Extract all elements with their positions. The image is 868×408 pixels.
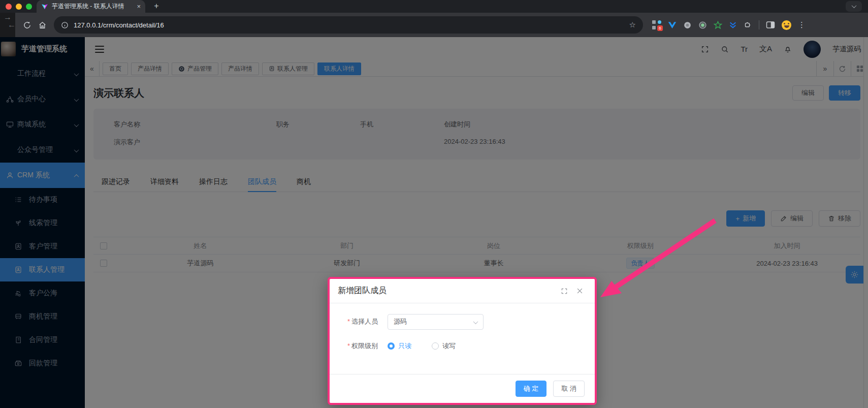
dialog-header: 新增团队成员: [330, 279, 595, 303]
extensions-bar: 6 ⋮: [652, 20, 806, 30]
forward-button[interactable]: →: [0, 13, 15, 37]
tab-close-icon[interactable]: ×: [137, 3, 141, 10]
profile-avatar-icon[interactable]: [782, 20, 791, 30]
radio-unchecked-icon: [432, 342, 439, 350]
person-field-row: *选择人员 源码: [347, 313, 595, 330]
extensions-puzzle-icon[interactable]: [744, 21, 752, 29]
page-viewport: 芋道管理系统 工作流程 会员中心 商城系统 公众号管理 CRM 系统: [0, 37, 868, 408]
level-radio-group: 只读 读写: [388, 341, 456, 351]
browser-toolbar: ← → 127.0.0.1/crm/contact/detail/16 ☆ 6 …: [0, 13, 868, 37]
add-team-member-dialog: 新增团队成员 *选择人员 源码 *权限级别 只读: [328, 277, 597, 405]
url-text: 127.0.0.1/crm/contact/detail/16: [74, 21, 164, 29]
extension-wheel-icon[interactable]: [683, 21, 692, 29]
radio-checked-icon: [388, 342, 395, 350]
extension-grid-icon[interactable]: 6: [652, 20, 661, 29]
browser-tab-title: 芋道管理系统 - 联系人详情: [52, 2, 124, 11]
confirm-button[interactable]: 确 定: [516, 381, 547, 397]
extension-vue-icon[interactable]: [668, 21, 677, 29]
extension-record-icon[interactable]: [698, 21, 707, 29]
browser-menu-icon[interactable]: ⋮: [798, 20, 806, 29]
dialog-footer: 确 定 取 消: [330, 374, 595, 403]
chevron-down-icon: [474, 318, 477, 326]
radio-read-write[interactable]: 读写: [432, 341, 456, 351]
address-bar[interactable]: 127.0.0.1/crm/contact/detail/16 ☆: [54, 16, 643, 34]
browser-tab-strip: 芋道管理系统 - 联系人详情 × +: [0, 0, 868, 13]
window-maximize-button[interactable]: [26, 4, 32, 10]
toolbar-divider: [759, 20, 759, 29]
new-tab-button[interactable]: +: [151, 1, 162, 11]
extension-chevrons-icon[interactable]: [729, 21, 737, 29]
browser-tab[interactable]: 芋道管理系统 - 联系人详情 ×: [37, 0, 145, 13]
required-mark: *: [347, 342, 350, 350]
dialog-body: *选择人员 源码 *权限级别 只读 读写: [330, 303, 595, 354]
radio-read-only[interactable]: 只读: [388, 341, 411, 351]
dialog-fullscreen-icon[interactable]: [561, 288, 568, 295]
tab-search-chevron-icon[interactable]: [846, 1, 862, 12]
dialog-close-icon[interactable]: [576, 287, 584, 295]
side-panel-icon[interactable]: [766, 21, 775, 29]
reload-button[interactable]: [19, 21, 35, 29]
site-info-icon[interactable]: [61, 21, 69, 29]
window-close-button[interactable]: [6, 4, 12, 10]
window-controls: [6, 4, 32, 10]
window-minimize-button[interactable]: [16, 4, 22, 10]
home-button[interactable]: [35, 21, 50, 29]
favicon-vite-icon: [41, 3, 48, 10]
cancel-button[interactable]: 取 消: [553, 381, 585, 397]
bookmark-star-icon[interactable]: ☆: [629, 20, 636, 29]
extension-star-icon[interactable]: [714, 21, 722, 29]
extension-badge: 6: [657, 25, 663, 31]
level-field-row: *权限级别 只读 读写: [347, 338, 595, 354]
required-mark: *: [347, 318, 350, 325]
person-select[interactable]: 源码: [388, 314, 484, 330]
dialog-title: 新增团队成员: [338, 286, 387, 296]
